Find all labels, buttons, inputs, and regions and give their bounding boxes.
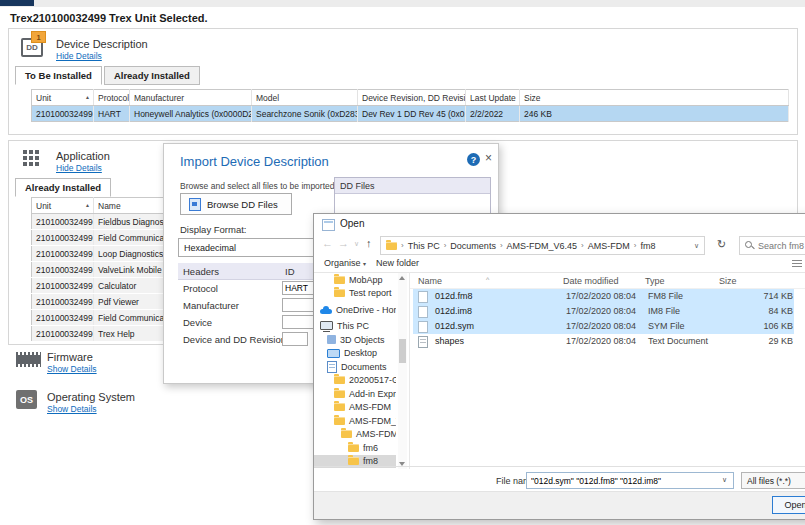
file-date-modified: 17/02/2020 08:04: [566, 336, 636, 346]
breadcrumb-segment[interactable]: This PC: [408, 241, 440, 251]
firmware-show-details-link[interactable]: Show Details: [47, 364, 97, 374]
recent-locations-icon[interactable]: ∨: [354, 240, 359, 248]
organise-label: Organise: [324, 258, 361, 268]
file-type: SYM File: [648, 321, 685, 331]
breadcrumb-segment[interactable]: AMS-FDM_V6.45: [507, 241, 578, 251]
breadcrumb-separator-icon: ›: [500, 241, 503, 250]
breadcrumb-segment[interactable]: Documents: [450, 241, 496, 251]
tab-app-already-installed[interactable]: Already Installed: [15, 178, 111, 197]
sidebar-item[interactable]: fm6: [314, 441, 396, 455]
folder-icon: [334, 289, 345, 297]
window-tab-sliver[interactable]: [0, 0, 34, 6]
back-icon[interactable]: ←: [322, 237, 333, 249]
breadcrumb-segment[interactable]: fm8: [640, 241, 655, 251]
firmware-icon: [16, 352, 41, 367]
device-description-tabs: To Be Installed Already Installed: [15, 66, 202, 85]
sort-asc-icon: ▲: [85, 94, 90, 100]
sidebar-item[interactable]: 3D Objects: [314, 333, 396, 347]
open-button[interactable]: Open: [772, 496, 805, 514]
browse-dd-files-label: Browse DD Files: [207, 199, 278, 210]
sidebar-item[interactable]: 20200517-Gok: [314, 374, 396, 388]
browse-dd-files-button[interactable]: Browse DD Files: [180, 193, 292, 215]
column-header-unit[interactable]: Unit▲: [32, 198, 94, 214]
new-folder-button[interactable]: New folder: [376, 258, 419, 268]
view-list-icon[interactable]: [792, 260, 802, 268]
column-header-manufacturer[interactable]: Manufacturer: [130, 90, 252, 106]
sidebar-item[interactable]: Documents: [314, 360, 396, 374]
os-icon: OS: [16, 390, 37, 409]
sidebar-item[interactable]: Add-in Express: [314, 387, 396, 401]
up-icon[interactable]: ↑: [366, 237, 372, 249]
scrollbar-thumb[interactable]: [399, 339, 406, 363]
column-name[interactable]: Name: [418, 276, 442, 286]
sidebar-item[interactable]: AMS-FDM: [314, 428, 396, 442]
column-size[interactable]: Size: [719, 276, 737, 286]
tab-already-installed[interactable]: Already Installed: [104, 66, 200, 85]
sidebar-item[interactable]: MobApp: [314, 273, 396, 287]
application-hide-details-link[interactable]: Hide Details: [56, 163, 102, 173]
folder-icon: [334, 390, 345, 398]
file-icon: [418, 321, 428, 333]
sidebar-scrollbar[interactable]: [398, 273, 407, 469]
file-row[interactable]: shapes17/02/2020 08:04Text Document29 KB: [413, 334, 794, 349]
file-date-modified: 17/02/2020 08:04: [566, 291, 636, 301]
os-show-details-link[interactable]: Show Details: [47, 404, 97, 414]
sidebar-item[interactable]: Desktop: [314, 347, 396, 361]
refresh-icon[interactable]: ↻: [717, 238, 726, 251]
file-row[interactable]: 012d.im817/02/2020 08:04IM8 File84 KB: [413, 304, 794, 319]
sidebar-item-label: Desktop: [344, 348, 377, 358]
sidebar-item[interactable]: This PC: [314, 320, 396, 334]
search-box[interactable]: Search fm8: [739, 236, 805, 255]
file-row[interactable]: 012d.fm817/02/2020 08:04FM8 File714 KB: [413, 289, 794, 304]
device-description-hide-details-link[interactable]: Hide Details: [56, 51, 102, 61]
import-instruction: Browse and select all files to be import…: [180, 181, 335, 191]
column-header-last-update[interactable]: Last Update: [466, 90, 520, 106]
dd-files-header[interactable]: DD Files: [335, 178, 490, 194]
file-size: 29 KB: [700, 336, 793, 346]
column-header-device-revision-dd-revision[interactable]: Device Revision, DD Revision: [358, 90, 466, 106]
file-type-select[interactable]: All files (*.*): [741, 472, 805, 489]
open-dialog-icon: [322, 219, 335, 231]
file-date-modified: 17/02/2020 08:04: [566, 321, 636, 331]
column-header-model[interactable]: Model: [252, 90, 358, 106]
open-dialog-title: Open: [340, 218, 364, 229]
breadcrumb-segment[interactable]: AMS-FDM: [588, 241, 630, 251]
sidebar-item[interactable]: AMS-FDM_V6.4: [314, 414, 396, 428]
column-header-unit[interactable]: Unit▲: [32, 90, 94, 106]
top-strip: [0, 0, 805, 7]
breadcrumb-separator-icon: ›: [634, 241, 637, 250]
column-type[interactable]: Type: [645, 276, 665, 286]
chevron-down-icon: ▾: [363, 261, 366, 267]
file-row[interactable]: 012d.sym17/02/2020 08:04SYM File106 KB: [413, 319, 794, 334]
file-name: 012d.fm8: [435, 291, 473, 301]
tab-to-be-installed[interactable]: To Be Installed: [15, 66, 102, 85]
import-id-input[interactable]: [282, 332, 308, 346]
file-name-dropdown-icon[interactable]: ∨: [722, 476, 727, 484]
column-date-modified[interactable]: Date modified: [563, 276, 619, 286]
column-header-protocol[interactable]: Protocol: [94, 90, 130, 106]
headers-column-label: Headers: [178, 266, 219, 277]
address-dropdown-icon[interactable]: ∨: [694, 242, 699, 250]
forward-icon[interactable]: →: [338, 237, 349, 249]
sidebar-item[interactable]: Test report: [314, 287, 396, 301]
scroll-up-icon[interactable]: [399, 276, 405, 280]
sidebar-item[interactable]: AMS-FDM: [314, 401, 396, 415]
close-icon[interactable]: ×: [485, 151, 492, 165]
pc-icon: [320, 321, 333, 330]
organise-menu[interactable]: Organise ▾: [324, 258, 366, 268]
open-file-dialog: Open ← → ∨ ↑ ›This PC›Documents›AMS-FDM_…: [313, 213, 805, 520]
column-header-size[interactable]: Size: [520, 90, 789, 106]
file-type: FM8 File: [648, 291, 683, 301]
file-name: 012d.sym: [435, 321, 474, 331]
sidebar-item[interactable]: OneDrive - Honey: [314, 303, 396, 317]
sidebar-item-label: AMS-FDM: [356, 429, 396, 439]
file-name-input[interactable]: [526, 472, 734, 489]
application-table-row-cell: 210100032499: [32, 278, 94, 294]
breadcrumb[interactable]: ›This PC›Documents›AMS-FDM_V6.45›AMS-FDM…: [380, 236, 705, 255]
device-description-title: Device Description: [56, 38, 148, 50]
explorer-body: MobAppTest reportOneDrive - HoneyThis PC…: [314, 272, 805, 469]
open-dialog-titlebar[interactable]: Open: [314, 214, 805, 234]
sidebar-item-label: 20200517-Gok: [349, 375, 396, 385]
help-icon[interactable]: ?: [467, 153, 480, 166]
dd-table-row[interactable]: 210100032499HARTHoneywell Analytics (0x0…: [32, 106, 789, 122]
